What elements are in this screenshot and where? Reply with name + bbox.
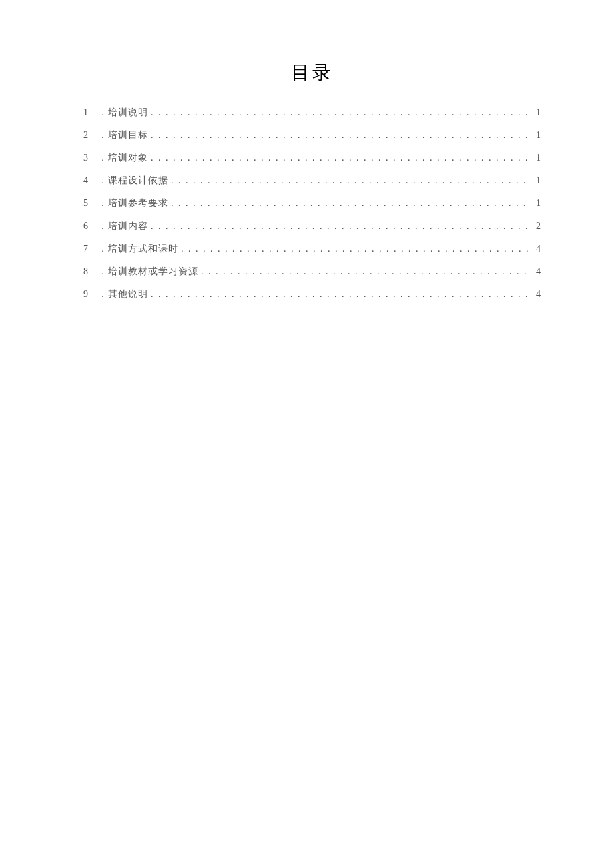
toc-entry: 4 ．课程设计依据 1 — [83, 173, 541, 187]
toc-page: 2 — [533, 219, 541, 233]
toc-dots — [151, 151, 530, 165]
toc-dots — [151, 219, 530, 233]
toc-number: 8 — [83, 264, 98, 278]
toc-number: 3 — [83, 151, 98, 165]
page-title: 目录 — [83, 60, 541, 85]
toc-number: 4 — [83, 173, 98, 187]
toc-label: ．培训说明 — [98, 105, 148, 119]
toc-dots — [151, 128, 530, 142]
table-of-contents: 1 ．培训说明 1 2 ．培训目标 1 3 ．培训对象 1 4 ．课程设计依据 … — [83, 105, 541, 310]
toc-page: 4 — [533, 287, 541, 301]
toc-label: ．培训目标 — [98, 128, 148, 142]
toc-page: 1 — [533, 128, 541, 142]
toc-entry: 6 ．培训内容 2 — [83, 219, 541, 233]
toc-number: 5 — [83, 196, 98, 210]
toc-dots — [181, 242, 530, 256]
toc-label: ．培训方式和课时 — [98, 242, 178, 256]
toc-number: 1 — [83, 105, 98, 119]
toc-entry: 7 ．培训方式和课时 4 — [83, 242, 541, 256]
toc-page: 1 — [533, 151, 541, 165]
toc-label: ．课程设计依据 — [98, 173, 168, 187]
toc-entry: 2 ．培训目标 1 — [83, 128, 541, 142]
toc-entry: 3 ．培训对象 1 — [83, 151, 541, 165]
toc-page: 1 — [533, 105, 541, 119]
toc-entry: 5 ．培训参考要求 1 — [83, 196, 541, 210]
toc-entry: 8 ．培训教材或学习资源 4 — [83, 264, 541, 278]
toc-dots — [151, 105, 530, 119]
toc-page: 4 — [533, 242, 541, 256]
toc-label: ．培训教材或学习资源 — [98, 264, 198, 278]
toc-dots — [171, 173, 530, 187]
toc-entry: 9 ．其他说明 4 — [83, 287, 541, 301]
toc-number: 7 — [83, 242, 98, 256]
toc-number: 6 — [83, 219, 98, 233]
toc-dots — [171, 196, 530, 210]
toc-page: 1 — [533, 173, 541, 187]
toc-dots — [151, 287, 530, 301]
toc-label: ．其他说明 — [98, 287, 148, 301]
toc-dots — [201, 264, 530, 278]
toc-label: ．培训参考要求 — [98, 196, 168, 210]
toc-number: 9 — [83, 287, 98, 301]
toc-page: 4 — [533, 264, 541, 278]
toc-label: ．培训对象 — [98, 151, 148, 165]
toc-page: 1 — [533, 196, 541, 210]
toc-number: 2 — [83, 128, 98, 142]
toc-label: ．培训内容 — [98, 219, 148, 233]
toc-entry: 1 ．培训说明 1 — [83, 105, 541, 119]
